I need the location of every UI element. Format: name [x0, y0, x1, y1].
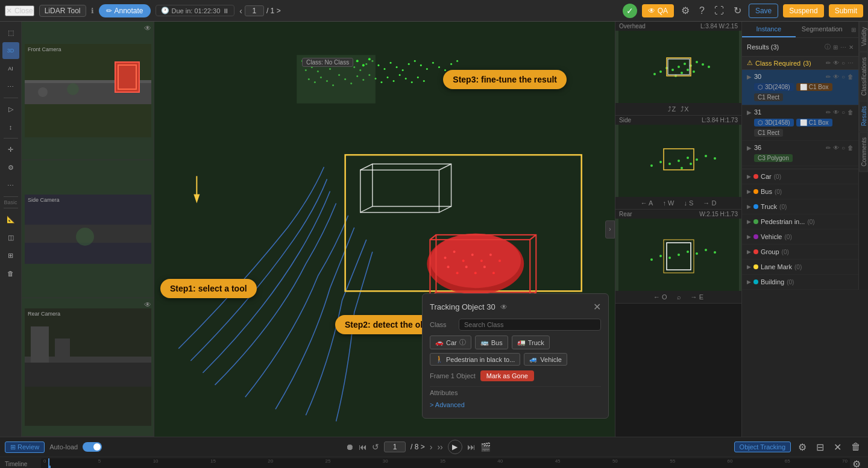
results-close-btn[interactable]: ✕	[849, 43, 854, 51]
skip-end-btn[interactable]: ⏭	[467, 442, 476, 452]
comments-tab[interactable]: Comments	[859, 132, 868, 172]
bus-tag[interactable]: 🚌 Bus	[475, 335, 508, 349]
edit-obj-30[interactable]: ✏	[826, 73, 831, 80]
results-vtab[interactable]: Results	[859, 101, 868, 131]
settings-tool-btn[interactable]: ⚙	[2, 159, 19, 176]
filter-btn[interactable]: ⊞	[849, 22, 858, 37]
eye-btn[interactable]: 👁	[833, 60, 839, 66]
move-tool-btn[interactable]: ✛	[2, 141, 19, 158]
results-expand-btn[interactable]: ⋯	[840, 43, 846, 51]
play-btn[interactable]: ▶	[448, 440, 462, 454]
segmentation-tab[interactable]: Segmentation	[796, 22, 849, 37]
eye-obj-36[interactable]: 👁	[833, 145, 839, 151]
record-btn[interactable]: ⏺	[345, 442, 354, 452]
eye-obj-30[interactable]: 👁	[833, 73, 839, 80]
fast-forward-btn[interactable]: ››	[437, 442, 442, 452]
building-group-header[interactable]: ▶ Building (0)	[747, 276, 854, 288]
save-button[interactable]: Save	[749, 4, 778, 18]
nav-e-btn[interactable]: → E	[691, 293, 703, 301]
measure-tool-btn[interactable]: 📐	[2, 211, 19, 228]
classifications-tab[interactable]: Classifications	[859, 52, 868, 101]
submit-button[interactable]: Submit	[829, 4, 863, 17]
car-tag[interactable]: 🚗 Car ⓘ	[430, 335, 471, 349]
nav-o-btn[interactable]: ← O	[653, 293, 667, 301]
settings-icon[interactable]: ⚙	[679, 4, 692, 17]
results-info-btn[interactable]: ⓘ	[825, 43, 831, 51]
bus-group-header[interactable]: ▶ Bus (0)	[747, 186, 854, 198]
del-obj-31[interactable]: 🗑	[848, 109, 854, 116]
box3d-tool-btn[interactable]: 3D	[2, 42, 19, 59]
car-group-header[interactable]: ▶ Car (0)	[747, 170, 854, 183]
circle-btn[interactable]: ○	[841, 60, 845, 66]
review-btn[interactable]: ⊞ Review	[5, 441, 45, 453]
vehicle-tag[interactable]: 🚙 Vehicle	[524, 353, 567, 366]
grid-tool-btn[interactable]: ⊞	[2, 247, 19, 264]
auto-load-toggle[interactable]	[83, 442, 102, 452]
page-input[interactable]	[245, 5, 264, 16]
move-right-btn[interactable]: → D	[703, 199, 716, 207]
tracking-option2-btn[interactable]: ✕	[831, 440, 844, 454]
advanced-section[interactable]: > Advanced	[430, 399, 601, 411]
tracking-option1-btn[interactable]: ⊟	[814, 440, 826, 454]
tracking-settings-btn[interactable]: ⚙	[796, 440, 809, 454]
del-obj-30[interactable]: 🗑	[848, 73, 854, 80]
pedestrian-tag[interactable]: 🚶 Pedestrian in black to...	[430, 353, 520, 366]
edit-obj-36[interactable]: ✏	[826, 145, 831, 151]
move-up-btn[interactable]: ↑ W	[662, 199, 674, 207]
help-icon[interactable]: ?	[697, 4, 707, 17]
move-left-btn[interactable]: ← A	[641, 199, 653, 207]
next-frame-btn[interactable]: ›	[430, 442, 433, 452]
suspend-button[interactable]: Suspend	[783, 4, 823, 17]
truck-tag[interactable]: 🚛 Truck	[512, 335, 550, 349]
overhead-z-btn[interactable]: ⤴Z	[668, 105, 676, 113]
object-tracking-btn[interactable]: Object Tracking	[734, 441, 791, 452]
validity-tab[interactable]: Validity	[859, 22, 868, 52]
circle-obj-31[interactable]: ○	[841, 109, 845, 116]
camera-toggle-btn-top[interactable]: 👁	[144, 24, 151, 33]
eye-obj-31[interactable]: 👁	[833, 109, 839, 116]
results-filter-btn[interactable]: ⊞	[833, 43, 838, 51]
edit-btn[interactable]: ✏	[826, 60, 831, 66]
main-canvas[interactable]: Class: No Class Step1: select a tool Ste…	[154, 22, 615, 437]
close-button[interactable]: ✕ Close	[5, 5, 34, 16]
instance-tab[interactable]: Instance	[742, 22, 796, 37]
move-down-btn[interactable]: ↓ S	[684, 199, 693, 207]
pedestrian-group-header[interactable]: ▶ Pedestrian in... (0)	[747, 216, 854, 228]
loop-btn[interactable]: ↺	[372, 442, 379, 452]
overhead-x-btn[interactable]: ⤴X	[681, 105, 688, 113]
qa-button[interactable]: 👁 QA	[642, 4, 674, 17]
mark-gone-btn[interactable]: Mark as Gone	[480, 370, 534, 381]
circle-obj-36[interactable]: ○	[841, 145, 845, 151]
group-group-header[interactable]: ▶ Group (0)	[747, 246, 854, 258]
del-obj-36[interactable]: 🗑	[848, 145, 854, 151]
settings-timeline-btn[interactable]: ⚙	[850, 457, 863, 468]
more2-tool-btn[interactable]: ⋯	[2, 177, 19, 194]
timeline-track[interactable]: 0 5 10 15 20 25 30 35 40 45 50 55 60 65 …	[41, 458, 850, 469]
fullscreen-icon[interactable]: ⛶	[712, 4, 726, 17]
popup-close-btn[interactable]: ✕	[593, 301, 601, 313]
annotate-button[interactable]: ✏ Annotate	[99, 4, 151, 17]
edit-tool-btn[interactable]: ↕	[2, 119, 19, 136]
truck-group-header[interactable]: ▶ Truck (0)	[747, 201, 854, 213]
current-frame-input[interactable]	[384, 441, 406, 452]
ai-tool-btn[interactable]: AI	[2, 60, 19, 77]
more-btn[interactable]: ⋯	[848, 60, 854, 66]
circle-obj-30[interactable]: ○	[841, 73, 845, 80]
select-tool-btn[interactable]: ⬚	[2, 24, 19, 41]
collapse-btn[interactable]: ›	[605, 220, 615, 239]
trash-tool-btn[interactable]: 🗑	[2, 265, 19, 282]
video-mode-btn[interactable]: 🎬	[480, 442, 491, 452]
cursor-tool-btn[interactable]: ▷	[2, 101, 19, 117]
class-search-input[interactable]	[459, 319, 601, 331]
tracking-delete-btn[interactable]: 🗑	[849, 440, 863, 454]
nav-search-btn[interactable]: ⌕	[677, 293, 681, 301]
info-icon[interactable]: ℹ	[91, 7, 94, 15]
prev-page-btn[interactable]: ‹	[239, 6, 242, 16]
eraser-tool-btn[interactable]: ◫	[2, 229, 19, 246]
skip-back-btn[interactable]: ⏮	[359, 442, 367, 452]
more-tool-btn[interactable]: ⋯	[2, 78, 19, 95]
camera-toggle-btn-bot[interactable]: 👁	[144, 301, 151, 309]
edit-obj-31[interactable]: ✏	[826, 109, 831, 116]
vehicle-group-header[interactable]: ▶ Vehicle (0)	[747, 231, 854, 243]
lanemark-group-header[interactable]: ▶ Lane Mark (0)	[747, 261, 854, 273]
